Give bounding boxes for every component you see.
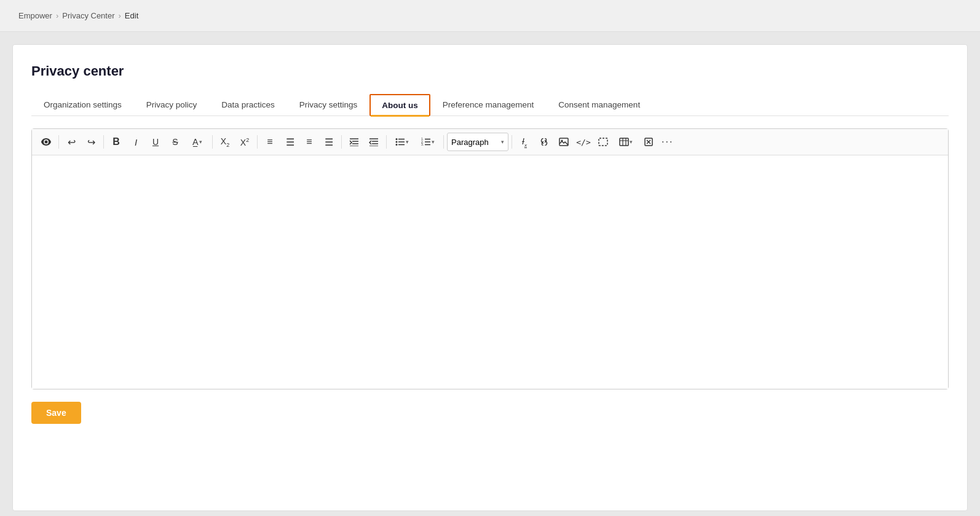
table-icon (619, 138, 629, 146)
justify-button[interactable]: ☰ (320, 133, 338, 151)
align-center-button[interactable]: ☰ (280, 133, 299, 151)
outdent-button[interactable] (365, 133, 383, 151)
undo-icon: ↩ (68, 136, 76, 148)
editor-body[interactable] (32, 155, 948, 389)
highlight-icon: A̲ (192, 137, 199, 147)
redo-icon: ↪ (87, 136, 95, 148)
align-left-icon: ≡ (267, 136, 272, 147)
paragraph-style-select[interactable]: Paragraph ▾ (447, 133, 508, 151)
tab-bar: Organization settings Privacy policy Dat… (31, 94, 949, 116)
subscript-button[interactable]: X2 (216, 133, 234, 151)
svg-point-9 (396, 141, 398, 143)
editor-toolbar: ↩ ↪ B I U S A̲ ▾ X2 (32, 129, 948, 155)
bullet-list-chevron-icon: ▾ (406, 139, 409, 145)
outdent-icon (369, 138, 379, 146)
sep-8 (512, 135, 512, 149)
tab-about-us[interactable]: About us (369, 94, 430, 116)
delete-icon (644, 138, 653, 146)
sep-1 (58, 135, 59, 149)
link-button[interactable] (535, 133, 553, 151)
undo-button[interactable]: ↩ (62, 133, 81, 151)
superscript-button[interactable]: X2 (235, 133, 254, 151)
tab-data-practices[interactable]: Data practices (209, 94, 286, 115)
svg-point-8 (396, 138, 398, 140)
link-icon (539, 138, 549, 146)
breadcrumb-edit: Edit (125, 11, 138, 20)
breadcrumb-empower[interactable]: Empower (18, 11, 52, 20)
save-button[interactable]: Save (31, 402, 81, 424)
code-icon: </> (576, 138, 590, 147)
sep-5 (341, 135, 342, 149)
bullet-list-button[interactable]: ▾ (390, 133, 414, 151)
highlight-button[interactable]: A̲ ▾ (186, 133, 209, 151)
editor-container: ↩ ↪ B I U S A̲ ▾ X2 (31, 128, 949, 389)
table-button[interactable]: ▾ (614, 133, 638, 151)
eye-icon (41, 138, 52, 146)
svg-text:3.: 3. (421, 143, 424, 146)
align-left-button[interactable]: ≡ (261, 133, 279, 151)
clear-format-icon: Ix (522, 136, 527, 148)
italic-button[interactable]: I (127, 133, 145, 151)
svg-rect-23 (620, 138, 628, 146)
align-right-icon: ≡ (306, 136, 312, 147)
more-button[interactable]: ··· (659, 133, 676, 151)
tab-privacy-policy[interactable]: Privacy policy (134, 94, 210, 115)
tab-consent-management[interactable]: Consent management (546, 94, 652, 115)
bold-button[interactable]: B (107, 133, 125, 151)
image-button[interactable] (555, 133, 573, 151)
main-content: Privacy center Organization settings Pri… (12, 44, 968, 511)
redo-button[interactable]: ↪ (82, 133, 100, 151)
subscript-icon: X2 (221, 136, 229, 148)
indent-icon (349, 138, 359, 146)
bullet-list-icon (395, 138, 405, 146)
sep-2 (103, 135, 104, 149)
svg-rect-22 (599, 138, 607, 146)
numbered-list-chevron-icon: ▾ (432, 139, 435, 145)
breadcrumb-sep-2: › (119, 11, 121, 20)
breadcrumb-privacy-center[interactable]: Privacy Center (62, 11, 114, 20)
sep-6 (386, 135, 387, 149)
numbered-list-button[interactable]: 1. 2. 3. ▾ (416, 133, 440, 151)
sep-3 (212, 135, 213, 149)
align-right-button[interactable]: ≡ (300, 133, 318, 151)
align-center-icon: ☰ (286, 136, 294, 148)
paragraph-style-label: Paragraph (451, 138, 489, 147)
sep-4 (257, 135, 258, 149)
justify-icon: ☰ (325, 136, 333, 148)
preview-button[interactable] (37, 133, 55, 151)
selection-button[interactable] (594, 133, 612, 151)
indent-button[interactable] (345, 133, 363, 151)
image-icon (559, 138, 569, 146)
breadcrumb-sep-1: › (56, 11, 58, 20)
breadcrumb: Empower › Privacy Center › Edit (0, 0, 980, 32)
tab-preference-management[interactable]: Preference management (430, 94, 547, 115)
page-title: Privacy center (31, 63, 949, 79)
clear-format-button[interactable]: Ix (515, 133, 534, 151)
table-chevron-icon: ▾ (630, 139, 633, 145)
highlight-chevron-icon: ▾ (199, 139, 202, 145)
underline-button[interactable]: U (146, 133, 165, 151)
tab-privacy-settings[interactable]: Privacy settings (287, 94, 370, 115)
superscript-icon: X2 (240, 137, 249, 147)
svg-point-10 (396, 144, 398, 146)
more-icon: ··· (662, 136, 673, 147)
selection-icon (598, 138, 608, 146)
delete-button[interactable] (639, 133, 658, 151)
numbered-list-icon: 1. 2. 3. (421, 138, 431, 146)
strikethrough-button[interactable]: S (166, 133, 184, 151)
paragraph-style-chevron-icon: ▾ (501, 139, 504, 145)
code-button[interactable]: </> (574, 133, 593, 151)
tab-organization-settings[interactable]: Organization settings (31, 94, 134, 115)
sep-7 (443, 135, 444, 149)
